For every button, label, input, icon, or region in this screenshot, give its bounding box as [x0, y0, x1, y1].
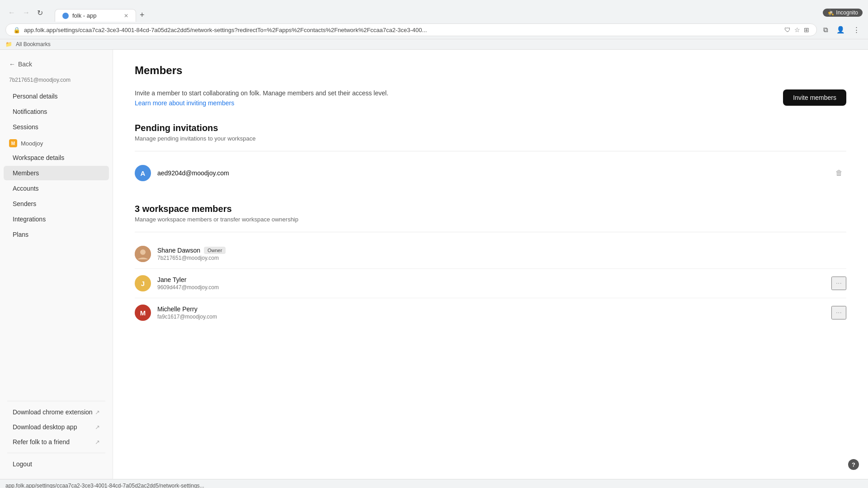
delete-invitation-button[interactable]: 🗑: [832, 167, 846, 179]
back-button[interactable]: ← Back: [0, 57, 113, 75]
sidebar-item-accounts[interactable]: Accounts: [4, 181, 109, 196]
external-link-icon-refer: ↗: [95, 439, 100, 446]
shield-icon: 🛡: [784, 26, 791, 33]
incognito-icon: 🕵: [827, 9, 834, 16]
url-text: app.folk.app/settings/ccaa7ca2-3ce3-4001…: [24, 27, 781, 33]
member-email-shane: 7b217651@moodjoy.com: [157, 255, 846, 261]
incognito-badge: 🕵 Incognito: [823, 9, 863, 17]
page-title: Members: [135, 64, 846, 77]
member-info-michelle: Michelle Perry fa9c1617@moodjoy.com: [157, 305, 831, 320]
member-row: Shane Dawson Owner 7b217651@moodjoy.com: [135, 239, 846, 269]
sidebar-item-personal-details[interactable]: Personal details: [4, 89, 109, 103]
invite-section: Invite a member to start collaborating o…: [135, 89, 846, 107]
browser-top-bar: ← → ↻ folk - app ✕ + 🕵 Incognito: [0, 0, 868, 22]
invite-members-button[interactable]: Invite members: [783, 89, 846, 106]
member-row: J Jane Tyler 9609d447@moodjoy.com ···: [135, 269, 846, 298]
bookmarks-folder-icon: 📁: [5, 41, 12, 47]
external-link-icon-desktop: ↗: [95, 424, 100, 431]
help-button-container: ?: [848, 459, 859, 470]
browser-nav-buttons: ← → ↻: [5, 7, 46, 19]
workspace-icon: M: [9, 139, 17, 147]
status-bar: app.folk.app/settings/ccaa7ca2-3ce3-4001…: [0, 479, 868, 488]
browser-action-icons: 🕵 Incognito: [823, 9, 863, 17]
sidebar-divider-2: [7, 453, 105, 453]
bookmarks-label: All Bookmarks: [16, 41, 51, 47]
address-bar-row: 🔒 app.folk.app/settings/ccaa7ca2-3ce3-40…: [0, 22, 868, 39]
tab-favicon: [62, 13, 69, 19]
pending-email: aed9204d@moodjoy.com: [157, 169, 832, 177]
member-name-jane: Jane Tyler: [157, 276, 831, 283]
sidebar-item-members[interactable]: Members: [4, 166, 109, 180]
sidebar-item-download-desktop[interactable]: Download desktop app ↗: [4, 420, 109, 434]
pending-avatar: A: [135, 165, 151, 181]
sidebar-item-workspace-details[interactable]: Workspace details: [4, 150, 109, 165]
sidebar-item-refer[interactable]: Refer folk to a friend ↗: [4, 435, 109, 449]
main-content: Members Invite a member to start collabo…: [113, 50, 868, 479]
lock-icon: 🔒: [13, 27, 20, 33]
member-avatar-jane: J: [135, 275, 151, 291]
sidebar-icon: ⊞: [804, 26, 809, 33]
invite-description: Invite a member to start collaborating o…: [135, 89, 769, 107]
member-actions-jane[interactable]: ···: [831, 277, 846, 290]
member-name-michelle: Michelle Perry: [157, 305, 831, 313]
invite-description-text: Invite a member to start collaborating o…: [135, 89, 769, 97]
back-nav-button[interactable]: ←: [5, 7, 18, 19]
back-label: Back: [18, 61, 32, 68]
member-info-jane: Jane Tyler 9609d447@moodjoy.com: [157, 276, 831, 291]
sidebar-item-download-chrome[interactable]: Download chrome extension ↗: [4, 405, 109, 419]
member-avatar-shane: [135, 246, 151, 262]
back-arrow-icon: ←: [9, 61, 15, 68]
help-button[interactable]: ?: [848, 459, 859, 470]
extensions-button[interactable]: ⧉: [821, 24, 831, 36]
member-info-shane: Shane Dawson Owner 7b217651@moodjoy.com: [157, 247, 846, 261]
bookmarks-bar: 📁 All Bookmarks: [0, 39, 868, 49]
sidebar-bottom: Download chrome extension ↗ Download des…: [0, 394, 113, 472]
menu-button[interactable]: ⋮: [850, 24, 863, 36]
app-layout: ← Back 7b217651@moodjoy.com Personal det…: [0, 50, 868, 479]
sidebar-item-notifications[interactable]: Notifications: [4, 104, 109, 119]
sidebar-item-senders[interactable]: Senders: [4, 197, 109, 211]
forward-nav-button[interactable]: →: [20, 7, 33, 19]
owner-badge: Owner: [204, 247, 226, 254]
pending-section-title: Pending invitations: [135, 123, 846, 133]
member-name-shane: Shane Dawson Owner: [157, 247, 846, 254]
pending-section-divider: [135, 151, 846, 151]
browser-action-icons-right: ⧉ 👤 ⋮: [821, 24, 863, 36]
sidebar-user-email: 7b217651@moodjoy.com: [0, 75, 113, 89]
address-bar-icons: 🛡 ☆ ⊞: [784, 26, 809, 33]
sidebar-item-integrations[interactable]: Integrations: [4, 212, 109, 226]
workspace-members-section: 3 workspace members Manage workspace mem…: [135, 204, 846, 327]
member-actions-michelle[interactable]: ···: [831, 306, 846, 319]
sidebar-item-plans[interactable]: Plans: [4, 227, 109, 242]
profile-button[interactable]: 👤: [834, 24, 848, 36]
workspace-label: Moodjoy: [21, 140, 43, 147]
member-avatar-michelle: M: [135, 305, 151, 321]
svg-point-1: [140, 249, 146, 255]
status-url: app.folk.app/settings/ccaa7ca2-3ce3-4001…: [5, 483, 204, 488]
tab-close-button[interactable]: ✕: [124, 13, 128, 19]
members-section-title: 3 workspace members: [135, 204, 846, 214]
address-bar[interactable]: 🔒 app.folk.app/settings/ccaa7ca2-3ce3-40…: [5, 23, 817, 36]
active-tab[interactable]: folk - app ✕: [55, 9, 136, 22]
sidebar-divider: [7, 401, 105, 401]
tab-title: folk - app: [72, 12, 96, 19]
shane-photo: [135, 246, 151, 262]
workspace-section-label: M Moodjoy: [0, 135, 113, 150]
sidebar-item-sessions[interactable]: Sessions: [4, 120, 109, 134]
member-row: M Michelle Perry fa9c1617@moodjoy.com ··…: [135, 298, 846, 327]
members-section-subtitle: Manage workspace members or transfer wor…: [135, 216, 846, 223]
tab-bar: folk - app ✕ +: [49, 4, 819, 22]
sidebar-item-logout[interactable]: Logout: [4, 457, 109, 471]
member-email-michelle: fa9c1617@moodjoy.com: [157, 314, 831, 320]
pending-section-subtitle: Manage pending invitations to your works…: [135, 135, 846, 142]
pending-member-info: aed9204d@moodjoy.com: [157, 169, 832, 177]
pending-invitation-row: A aed9204d@moodjoy.com 🗑: [135, 159, 846, 188]
browser-chrome: ← → ↻ folk - app ✕ + 🕵 Incognito 🔒 app.f…: [0, 0, 868, 50]
external-link-icon-chrome: ↗: [95, 409, 100, 416]
reload-button[interactable]: ↻: [34, 7, 46, 19]
members-section-divider: [135, 232, 846, 232]
new-tab-button[interactable]: +: [136, 9, 148, 22]
sidebar: ← Back 7b217651@moodjoy.com Personal det…: [0, 50, 113, 479]
invite-learn-more-link[interactable]: Learn more about inviting members: [135, 99, 234, 107]
pending-invitations-section: Pending invitations Manage pending invit…: [135, 123, 846, 188]
